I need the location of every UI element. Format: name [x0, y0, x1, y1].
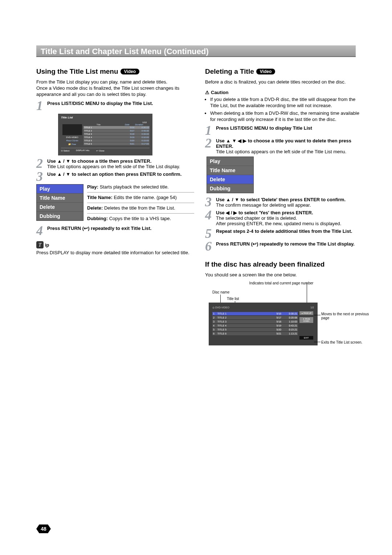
option-titlename: Title Name: [37, 194, 83, 203]
step-number-3: 3: [205, 197, 216, 207]
tl-row: TITLE 25/170:43:30: [83, 129, 150, 132]
ff-head-right: 1/2: [310, 306, 314, 309]
left-column: Using the Title List menu Video From the…: [36, 65, 194, 345]
option-play: Play: [207, 157, 253, 166]
using-intro: From the Title List display you can play…: [36, 79, 194, 98]
caution-label: Caution: [211, 90, 228, 95]
ff-head-left: DVD-VIDEO: [215, 306, 229, 309]
option-play: Play: [37, 185, 83, 194]
step-number-2: 2: [36, 158, 47, 169]
ff-lbl-disc: Disc name: [212, 290, 229, 294]
step2-bold: Use ▲ / ▼ to choose a title then press E…: [47, 158, 151, 164]
tl-col-duration: Duration: [135, 123, 150, 126]
option-box: Play Title Name Delete Dubbing: [36, 184, 83, 221]
tl-header: Title List: [61, 116, 150, 119]
ff-row: 2TITLE 25/170:20:08: [212, 316, 298, 319]
ff-row: 6TITLE 65/211:13:21: [212, 332, 298, 335]
step-number-3: 3: [36, 171, 47, 182]
tip-label: ip: [45, 242, 49, 248]
page-title: Title List and Chapter List Menu (Contin…: [36, 45, 356, 57]
using-title-list-heading: Using the Title List menu: [36, 68, 118, 76]
desc-play-text: Starts playback the selected title.: [100, 184, 169, 190]
r-step2-text: Title List options appears on the left s…: [216, 149, 346, 154]
tip-icon: T: [36, 241, 44, 248]
tl-row: TITLE 45/190:10:00: [83, 136, 150, 139]
tl-foot-info: DISPLAY Info.: [76, 149, 90, 152]
desc-del-label: Delete:: [87, 205, 104, 211]
step-number-6: 6: [205, 241, 216, 252]
tl-row: TITLE 65/210:17:00: [83, 142, 150, 145]
ff-row: 3TITLE 35/181:10:03: [212, 320, 298, 323]
step2-text: Title List options appears on the left s…: [47, 164, 180, 169]
page-up-button: ▲ PAGE UP: [299, 311, 313, 315]
page-down-button: ▼ PAGE DOWN: [299, 317, 313, 323]
finalized-figure: Indicates total and current page number …: [205, 281, 358, 345]
step-number-1: 1: [36, 101, 47, 111]
ff-screen: ◎ DVD-VIDEO 1/2 1TITLE 15/160:30:21 2TIT…: [209, 303, 318, 345]
video-pill: Video: [256, 69, 275, 74]
option-dubbing: Dubbing: [37, 212, 83, 220]
r-step3-text: The confirm message for deleting will ap…: [216, 202, 311, 208]
r-step2-bold: Use ▲ ▼ ◀ ▶ to choose a title you want t…: [216, 138, 351, 149]
step-number-4: 4: [205, 210, 216, 220]
option-delete: Delete: [37, 203, 83, 212]
r-step4-text2: After pressing ENTER, the new, updated m…: [216, 221, 341, 226]
ff-row: 4TITLE 45/190:43:21: [212, 324, 298, 327]
step4-text: Press RETURN (↩) repeatedly to exit Titl…: [47, 226, 151, 231]
del-intro: Before a disc is finalized, you can dele…: [205, 79, 363, 85]
tl-free-label: 📁 Free: [61, 143, 83, 145]
r-step4-text1: The selected chapter or title is deleted…: [216, 215, 297, 221]
step-number-4: 4: [36, 226, 47, 236]
ff-row: 1TITLE 15/160:30:21: [212, 312, 298, 315]
desc-dub-text: Copys the title to a VHS tape.: [109, 216, 171, 221]
tip-text: Press DISPLAY to display more detailed t…: [36, 250, 194, 256]
ff-caption: Indicates total and current page number: [205, 281, 358, 285]
caution-item: If you delete a title from a DVD-R disc,…: [210, 97, 363, 109]
deleting-title-heading: Deleting a Title: [205, 68, 254, 76]
step-number-2: 2: [205, 138, 216, 149]
desc-tn-text: Edits the title name. (page 54): [114, 195, 176, 200]
r-step1: Press LIST/DISC MENU to display Title Li…: [216, 125, 312, 131]
tl-foot-close: ↩ Close: [96, 149, 104, 152]
right-column: Deleting a Title Video Before a disc is …: [205, 65, 363, 345]
tl-foot-select: ⊙ Select: [61, 149, 69, 152]
tl-row: TITLE 55/200:15:00: [83, 139, 150, 142]
finalized-intro: You should see a screen like the one bel…: [205, 272, 363, 278]
exit-button: EXIT: [299, 336, 313, 340]
step1-text: Press LIST/DISC MENU to display the Titl…: [47, 101, 153, 106]
page-number: 48: [36, 524, 51, 533]
tl-row: TITLE 15/160:20:15: [83, 126, 150, 129]
r-step6: Press RETURN (↩) repeatedly to remove th…: [216, 241, 355, 247]
ff-lbl-tl: Title list: [227, 297, 239, 301]
tl-col-date: Date: [125, 123, 135, 126]
desc-del-text: Deletes the title from the Title List.: [104, 205, 175, 211]
title-list-screenshot: Title List 1/10 DVD-VIDEO 4hour 21min 📁 …: [58, 114, 152, 155]
desc-dub-label: Dubbing:: [87, 216, 109, 221]
option-titlename: Title Name: [207, 166, 253, 175]
finalized-heading: If the disc has already been finalized: [205, 260, 324, 268]
desc-play-label: Play:: [87, 184, 100, 190]
tl-row: TITLE 35/180:33:00: [83, 133, 150, 135]
ff-side-exit: Exits the Title List screen.: [321, 340, 376, 344]
option-delete: Delete: [207, 175, 253, 184]
r-step3-bold: Use ▲ / ▼ to select 'Delete' then press …: [216, 197, 346, 202]
option-dubbing: Dubbing: [207, 184, 253, 193]
step-number-5: 5: [205, 228, 216, 239]
r-step4-bold: Use ◀ / ▶ to select 'Yes' then press ENT…: [216, 210, 313, 215]
step3-bold: Use ▲ / ▼ to select an option then press…: [47, 171, 181, 177]
step-number-1: 1: [205, 125, 216, 136]
r-step5: Repeat steps 2-4 to delete additional ti…: [216, 228, 352, 234]
tl-time-label: 4hour 21min: [61, 139, 83, 142]
tl-col-title: Title: [97, 123, 125, 126]
option-box: Play Title Name Delete Dubbing: [207, 157, 254, 193]
caution-item: When deleting a title from a DVD-RW disc…: [210, 110, 363, 123]
desc-tn-label: Title Name:: [87, 195, 114, 200]
ff-side-move: Moves to the next or previous page: [321, 312, 376, 320]
caution-icon: ⚠: [205, 90, 209, 95]
ff-row: 5TITLE 55/200:15:21: [212, 328, 298, 331]
tl-dvd-label: DVD-VIDEO: [61, 136, 83, 138]
video-pill: Video: [121, 69, 139, 74]
